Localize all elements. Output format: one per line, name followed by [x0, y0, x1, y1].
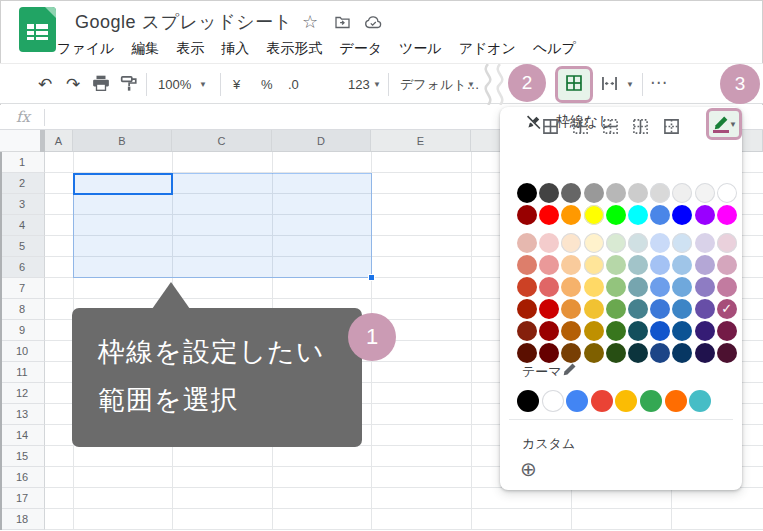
border-horizontal-icon[interactable] [597, 113, 623, 139]
row-header[interactable]: 2 [0, 173, 45, 194]
theme-color-swatch[interactable] [689, 390, 711, 412]
color-swatch[interactable] [539, 343, 559, 363]
color-swatch[interactable] [584, 299, 604, 319]
fill-handle[interactable] [368, 274, 375, 281]
chevron-down-icon[interactable]: ▼ [626, 64, 634, 105]
row-header[interactable]: 7 [0, 278, 45, 299]
color-swatch[interactable] [672, 183, 692, 203]
color-swatch[interactable] [539, 233, 559, 253]
color-swatch[interactable] [561, 277, 581, 297]
theme-color-swatch[interactable] [517, 390, 539, 412]
color-swatch[interactable] [650, 183, 670, 203]
color-swatch[interactable] [584, 255, 604, 275]
row-header[interactable]: 6 [0, 257, 45, 278]
chevron-down-icon[interactable]: ▼ [199, 64, 207, 105]
row-header[interactable]: 10 [0, 341, 45, 362]
color-swatch[interactable] [628, 205, 648, 225]
color-swatch[interactable] [584, 277, 604, 297]
color-swatch[interactable] [517, 299, 537, 319]
document-title[interactable]: Google スプレッドシート [75, 10, 293, 34]
color-swatch[interactable] [695, 277, 715, 297]
color-swatch[interactable] [695, 255, 715, 275]
chevron-down-icon[interactable]: ▼ [467, 64, 475, 105]
add-custom-color-icon[interactable]: ⊕ [520, 457, 537, 481]
paint-format-icon[interactable] [120, 74, 140, 94]
color-swatch[interactable] [606, 233, 626, 253]
color-swatch[interactable] [717, 233, 737, 253]
color-swatch[interactable] [672, 255, 692, 275]
color-swatch-selected[interactable]: ✓ [717, 299, 737, 319]
color-swatch[interactable] [539, 299, 559, 319]
row-header[interactable]: 12 [0, 383, 45, 404]
color-swatch[interactable] [695, 299, 715, 319]
color-swatch[interactable] [695, 343, 715, 363]
redo-icon[interactable]: ↷ [66, 64, 80, 105]
row-header[interactable]: 11 [0, 362, 45, 383]
color-swatch[interactable] [584, 321, 604, 341]
row-header[interactable]: 3 [0, 194, 45, 215]
menu-item[interactable]: ファイル [57, 40, 114, 58]
color-swatch[interactable] [584, 343, 604, 363]
color-swatch[interactable] [561, 343, 581, 363]
color-swatch[interactable] [717, 343, 737, 363]
number-format-button[interactable]: 123 [348, 64, 370, 105]
color-swatch[interactable] [672, 277, 692, 297]
color-swatch[interactable] [650, 299, 670, 319]
menu-item[interactable]: ヘルプ [533, 40, 576, 58]
merge-cells-icon[interactable] [600, 74, 620, 94]
cloud-check-icon[interactable] [364, 14, 383, 34]
border-inner-icon[interactable] [567, 113, 593, 139]
theme-color-swatch[interactable] [665, 390, 687, 412]
color-swatch[interactable] [561, 255, 581, 275]
row-header[interactable]: 5 [0, 236, 45, 257]
color-swatch[interactable] [584, 205, 604, 225]
chevron-down-icon[interactable]: ▼ [729, 112, 737, 138]
color-swatch[interactable] [606, 321, 626, 341]
color-swatch[interactable] [539, 183, 559, 203]
theme-color-swatch[interactable] [615, 390, 637, 412]
color-swatch[interactable] [628, 343, 648, 363]
color-swatch[interactable] [517, 343, 537, 363]
percent-format-button[interactable]: % [261, 64, 273, 105]
color-swatch[interactable] [717, 321, 737, 341]
color-swatch[interactable] [717, 205, 737, 225]
color-swatch[interactable] [628, 277, 648, 297]
color-swatch[interactable] [695, 183, 715, 203]
color-swatch[interactable] [561, 183, 581, 203]
color-swatch[interactable] [628, 183, 648, 203]
row-header[interactable]: 18 [0, 509, 45, 530]
color-swatch[interactable] [606, 205, 626, 225]
menu-item[interactable]: データ [339, 40, 382, 58]
color-swatch[interactable] [539, 255, 559, 275]
color-swatch[interactable] [606, 255, 626, 275]
row-header[interactable]: 1 [0, 152, 45, 173]
chevron-down-icon[interactable]: ▼ [373, 64, 381, 105]
menu-item[interactable]: 編集 [131, 40, 159, 58]
row-header[interactable]: 13 [0, 404, 45, 425]
color-swatch[interactable] [672, 343, 692, 363]
row-header[interactable]: 15 [0, 446, 45, 467]
color-swatch[interactable] [539, 321, 559, 341]
color-swatch[interactable] [650, 321, 670, 341]
menu-item[interactable]: 挿入 [221, 40, 249, 58]
color-swatch[interactable] [561, 321, 581, 341]
row-header[interactable]: 17 [0, 488, 45, 509]
color-swatch[interactable] [717, 255, 737, 275]
color-swatch[interactable] [561, 299, 581, 319]
color-swatch[interactable] [606, 343, 626, 363]
zoom-select[interactable]: 100% [158, 64, 191, 105]
folder-move-icon[interactable] [334, 14, 351, 34]
borders-button-highlight[interactable] [555, 66, 593, 103]
theme-color-swatch[interactable] [591, 390, 613, 412]
menu-item[interactable]: 表示形式 [266, 40, 322, 58]
color-swatch[interactable] [695, 233, 715, 253]
color-swatch[interactable] [628, 299, 648, 319]
color-swatch[interactable] [517, 255, 537, 275]
undo-icon[interactable]: ↶ [38, 64, 52, 105]
star-icon[interactable]: ☆ [302, 12, 318, 32]
color-swatch[interactable] [606, 277, 626, 297]
color-swatch[interactable] [628, 255, 648, 275]
color-swatch[interactable] [650, 205, 670, 225]
theme-color-swatch[interactable] [566, 390, 588, 412]
column-header[interactable]: A [45, 130, 73, 152]
